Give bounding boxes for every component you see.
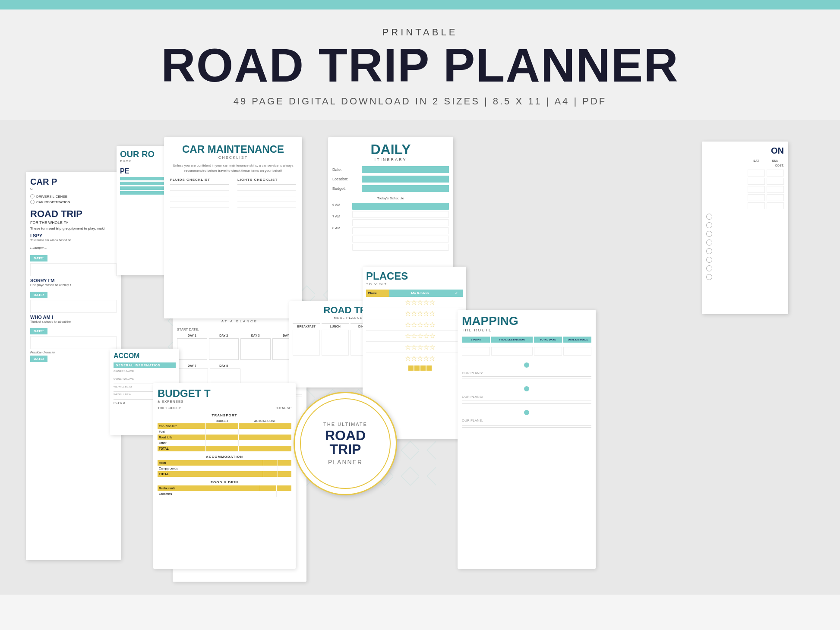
circle-item-3	[706, 231, 784, 237]
map-line-3c	[462, 427, 591, 428]
circle-btn-4[interactable]	[706, 239, 712, 246]
stars-2: ☆☆☆☆☆	[389, 308, 451, 319]
accomm-total: TOTAL	[158, 471, 263, 477]
fluids-line5	[170, 209, 229, 213]
yellow-sq-1	[408, 365, 414, 371]
sat-label: SAT	[748, 159, 765, 162]
time-7am: 7 AM	[332, 214, 350, 218]
fluids-col: FLUIDS CHECKLIST	[170, 178, 229, 214]
accomm-title: ACCOM	[114, 352, 176, 360]
places-subtitle: TO VISIT	[366, 282, 463, 286]
fuel: Fuel	[158, 429, 205, 435]
stars-4: ☆☆☆☆☆	[389, 331, 451, 342]
circle-btn-5[interactable]	[706, 248, 712, 254]
dot-3	[524, 410, 529, 415]
i-spy-title: I SPY	[30, 233, 117, 238]
car-van-hire-actual	[239, 423, 292, 429]
fluids-line2	[170, 192, 229, 196]
printable-label: PRINTABLE	[9, 27, 831, 38]
circle-btn-2[interactable]	[706, 222, 712, 228]
loc-row-3	[706, 186, 784, 193]
accomm-total-row: TOTAL	[158, 471, 291, 477]
circle-item-7	[706, 265, 784, 271]
fuel-budget	[205, 429, 238, 435]
place-5	[366, 342, 389, 353]
card-mapping: MAPPING THE ROUTE S POINT FINAL DESTINAT…	[458, 310, 596, 569]
card-logo: THE ULTIMATE ROAD TRIP PLANNER	[285, 383, 406, 504]
sched-box-3	[352, 219, 449, 226]
meal-cell-1	[293, 330, 320, 356]
circle-item-4	[706, 239, 784, 246]
date-box-3: DATE:	[30, 328, 47, 334]
circle-btn-6[interactable]	[706, 257, 712, 263]
campgrounds-budget	[263, 466, 278, 471]
lights-label: LIGHTS CHECKLIST	[237, 178, 296, 182]
circle-item-2	[706, 222, 784, 228]
itin-cell-1	[177, 338, 207, 360]
other-actual	[239, 440, 292, 446]
loc-cell-3a	[748, 186, 765, 193]
actual-cost-col-header: ACTUAL COST	[239, 419, 292, 423]
map-line-2c	[462, 403, 591, 404]
logo-inner-circle: THE ULTIMATE ROAD TRIP PLANNER	[300, 398, 391, 489]
car-maint-desc: Unless you are confident in your car mai…	[170, 163, 296, 173]
groceries-row: Groceries	[158, 491, 291, 497]
lights-col: LIGHTS CHECKLIST	[237, 178, 296, 214]
map-line-1b	[462, 378, 591, 378]
daily-location-row: Location:	[332, 176, 449, 183]
day3-label: DAY 3	[240, 334, 271, 337]
circle-btn-1[interactable]	[706, 214, 712, 220]
location-days-header: SAT SUN	[706, 159, 784, 162]
transport-total-row: TOTAL	[158, 446, 291, 451]
transport-row-1: Car / Van hire	[158, 423, 291, 429]
campgrounds-row: Campgrounds	[158, 466, 291, 471]
who-am-i-desc: Think of a should kn about the	[30, 320, 117, 324]
loc-cell-2b	[767, 178, 784, 185]
places-row-6: ☆☆☆☆☆	[366, 353, 463, 364]
map-line-3a	[462, 424, 591, 424]
stars-1: ☆☆☆☆☆	[389, 297, 451, 308]
daily-date-row: Date:	[332, 166, 449, 173]
mapping-values	[462, 347, 591, 356]
info-field-1-line	[114, 373, 176, 376]
map-line-2b	[462, 402, 591, 402]
general-info-label: GENERAL INFORMATION	[114, 362, 176, 368]
circle-btn-8[interactable]	[706, 274, 712, 280]
cost-label: COST:	[706, 164, 784, 167]
daily-subtitle: ITINERARY	[332, 158, 449, 162]
mapping-headers: S POINT FINAL DESTINATION TOTAL DAYS TOT…	[462, 337, 591, 343]
i-spy-example-text: Example –	[30, 246, 117, 250]
who-am-i-title: WHO AM I	[30, 315, 117, 320]
transport-row-2: Fuel	[158, 429, 291, 435]
road-trip-title: ROAD TRIP	[30, 208, 117, 220]
road-trip-sub: FOR THE WHOLE FA	[30, 220, 117, 225]
circle-btn-7[interactable]	[706, 265, 712, 271]
loc-cell-3b	[767, 186, 784, 193]
dot-2	[524, 386, 529, 391]
lights-divider	[237, 184, 296, 185]
budget-col-header: BUDGET	[205, 419, 238, 423]
mapping-v4	[563, 347, 591, 356]
loc-cell-1a	[748, 170, 765, 176]
transport-total-budget	[205, 446, 238, 451]
info-field-1: OWNER 1 NAME	[114, 370, 176, 376]
check-col-header: ✓	[451, 290, 463, 297]
transport-row-4: Other	[158, 440, 291, 446]
map-line-1a	[462, 376, 591, 377]
road-tolls-budget	[205, 435, 238, 440]
car-registration-row: CAR REGISTRATION	[30, 200, 117, 204]
sched-box-5	[352, 236, 449, 243]
date-box-4: DATE:	[30, 356, 47, 362]
road-tolls-actual	[239, 435, 292, 440]
car-van-hire: Car / Van hire	[158, 423, 205, 429]
logo-top-text: THE ULTIMATE	[323, 422, 367, 427]
circle-btn-3[interactable]	[706, 231, 712, 237]
teal-dot-3	[462, 409, 591, 417]
lights-line3	[237, 198, 296, 202]
fuel-actual	[239, 429, 292, 435]
our-plans-2: OUR PLANS:	[462, 395, 591, 399]
circle-item-8	[706, 274, 784, 280]
loc-cell-5a	[748, 202, 765, 209]
daily-budget-row: Budget:	[332, 185, 449, 192]
daily-location-box	[362, 176, 449, 183]
